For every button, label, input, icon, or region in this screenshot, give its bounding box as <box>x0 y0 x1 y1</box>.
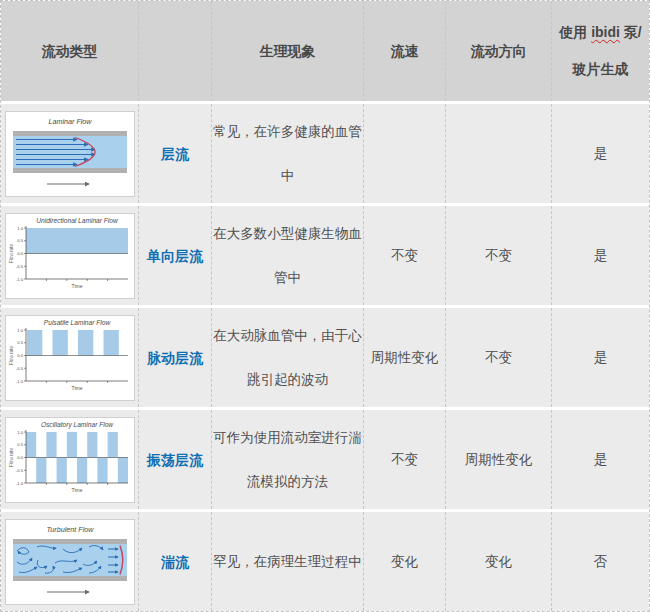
header-velocity: 流速 <box>364 1 446 101</box>
velocity-cell: 不变 <box>364 206 446 305</box>
svg-text:0.5: 0.5 <box>17 238 23 243</box>
header-ibidi-suffix: 泵/ <box>620 24 642 40</box>
svg-text:Flow rate: Flow rate <box>9 447 14 466</box>
svg-text:0.0: 0.0 <box>17 251 23 256</box>
phenomenon-cell: 罕见，在病理生理过程中 <box>212 512 364 611</box>
header-ibidi-text: 使用 ibidi 泵/玻片生成 <box>559 14 641 88</box>
velocity-cell: 不变 <box>364 410 446 509</box>
svg-text:0.5: 0.5 <box>17 340 23 345</box>
svg-text:-0.5: -0.5 <box>15 263 23 268</box>
header-ibidi-brand: ibidi <box>591 24 620 40</box>
svg-text:Laminar Flow: Laminar Flow <box>48 117 92 126</box>
pulsatile-flow-image: Pulsatile Laminar Flow1.00.50.0-0.5-1.0T… <box>5 315 135 401</box>
direction-cell: 周期性变化 <box>446 410 552 509</box>
svg-text:Time: Time <box>71 283 82 289</box>
table-row-laminar: Laminar Flow 层流 常见，在许多健康的血管 中 是 <box>1 104 649 203</box>
phenomenon-cell: 常见，在许多健康的血管 中 <box>212 104 364 203</box>
velocity-cell: 周期性变化 <box>364 308 446 407</box>
header-ibidi-prefix: 使用 <box>559 24 591 40</box>
header-ibidi: 使用 ibidi 泵/玻片生成 <box>552 1 649 101</box>
ibidi-cell: 是 <box>552 206 649 305</box>
velocity-cell: 变化 <box>364 512 446 611</box>
ibidi-cell: 是 <box>552 308 649 407</box>
laminar-flow-diagram: Laminar Flow <box>7 113 133 195</box>
flow-type-link-pulsatile[interactable]: 脉动层流 <box>147 336 203 380</box>
svg-text:-0.5: -0.5 <box>15 467 23 472</box>
svg-text:-0.5: -0.5 <box>15 365 23 370</box>
flow-type-link-laminar[interactable]: 层流 <box>161 132 189 176</box>
pulsatile-laminar-flow-chart: Pulsatile Laminar Flow1.00.50.0-0.5-1.0T… <box>7 317 133 399</box>
flow-type-link-unidirectional[interactable]: 单向层流 <box>147 234 203 278</box>
turbulent-flow-image: Turbulent Flow <box>5 519 135 605</box>
flow-image-cell: Turbulent Flow <box>1 512 139 611</box>
unidirectional-laminar-flow-chart: Unidirectional Laminar Flow1.00.50.0-0.5… <box>7 215 133 297</box>
header-phenomenon: 生理现象 <box>212 1 364 101</box>
phenomenon-cell: 在大多数小型健康生物血 管中 <box>212 206 364 305</box>
header-direction: 流动方向 <box>446 1 552 101</box>
table-row-pulsatile: Pulsatile Laminar Flow1.00.50.0-0.5-1.0T… <box>1 308 649 407</box>
ibidi-cell: 是 <box>552 104 649 203</box>
svg-text:Turbulent Flow: Turbulent Flow <box>46 525 94 534</box>
ibidi-cell: 否 <box>552 512 649 611</box>
svg-text:Flow rate: Flow rate <box>9 243 14 262</box>
table-row-oscillatory: Oscillatory Laminar Flow1.00.50.0-0.5-1.… <box>1 410 649 509</box>
svg-text:1.0: 1.0 <box>17 429 23 434</box>
svg-text:Unidirectional Laminar Flow: Unidirectional Laminar Flow <box>36 217 119 224</box>
svg-text:Flow rate: Flow rate <box>9 345 14 364</box>
flow-image-cell: Pulsatile Laminar Flow1.00.50.0-0.5-1.0T… <box>1 308 139 407</box>
svg-text:Oscillatory Laminar Flow: Oscillatory Laminar Flow <box>40 421 113 429</box>
svg-text:1.0: 1.0 <box>17 225 23 230</box>
laminar-flow-image: Laminar Flow <box>5 111 135 197</box>
direction-cell: 不变 <box>446 308 552 407</box>
header-spacer <box>139 1 212 101</box>
flow-name-cell: 单向层流 <box>139 206 212 305</box>
svg-text:1.0: 1.0 <box>17 327 23 332</box>
direction-cell: 不变 <box>446 206 552 305</box>
svg-text:Time: Time <box>71 487 82 493</box>
svg-text:0.0: 0.0 <box>17 353 23 358</box>
svg-text:-1.0: -1.0 <box>15 480 23 485</box>
phenomenon-cell: 在大动脉血管中，由于心 跳引起的波动 <box>212 308 364 407</box>
flow-type-link-turbulent[interactable]: 湍流 <box>161 540 189 584</box>
ibidi-cell: 是 <box>552 410 649 509</box>
turbulent-flow-diagram: Turbulent Flow <box>7 521 133 603</box>
header-flow-type: 流动类型 <box>1 1 139 101</box>
svg-text:0.5: 0.5 <box>17 442 23 447</box>
velocity-cell <box>364 104 446 203</box>
flow-name-cell: 层流 <box>139 104 212 203</box>
table-header-row: 流动类型 生理现象 流速 流动方向 使用 ibidi 泵/玻片生成 <box>1 1 649 101</box>
header-ibidi-line2: 玻片生成 <box>559 51 641 88</box>
oscillatory-laminar-flow-chart: Oscillatory Laminar Flow1.00.50.0-0.5-1.… <box>7 419 133 501</box>
unidirectional-flow-image: Unidirectional Laminar Flow1.00.50.0-0.5… <box>5 213 135 299</box>
svg-text:Pulsatile Laminar Flow: Pulsatile Laminar Flow <box>43 319 111 326</box>
flow-types-table: 流动类型 生理现象 流速 流动方向 使用 ibidi 泵/玻片生成 Lamina… <box>0 0 650 612</box>
phenomenon-cell: 可作为使用流动室进行湍 流模拟的方法 <box>212 410 364 509</box>
flow-name-cell: 振荡层流 <box>139 410 212 509</box>
flow-image-cell: Unidirectional Laminar Flow1.00.50.0-0.5… <box>1 206 139 305</box>
table-row-unidirectional: Unidirectional Laminar Flow1.00.50.0-0.5… <box>1 206 649 305</box>
flow-image-cell: Oscillatory Laminar Flow1.00.50.0-0.5-1.… <box>1 410 139 509</box>
table-row-turbulent: Turbulent Flow 湍流 罕见，在病理生理过程中 变化 变化 否 <box>1 512 649 611</box>
flow-name-cell: 脉动层流 <box>139 308 212 407</box>
svg-text:Time: Time <box>71 385 82 391</box>
direction-cell: 变化 <box>446 512 552 611</box>
svg-text:0.0: 0.0 <box>17 455 23 460</box>
flow-image-cell: Laminar Flow <box>1 104 139 203</box>
direction-cell <box>446 104 552 203</box>
oscillatory-flow-image: Oscillatory Laminar Flow1.00.50.0-0.5-1.… <box>5 417 135 503</box>
flow-type-link-oscillatory[interactable]: 振荡层流 <box>147 438 203 482</box>
svg-text:-1.0: -1.0 <box>15 276 23 281</box>
svg-text:-1.0: -1.0 <box>15 378 23 383</box>
flow-name-cell: 湍流 <box>139 512 212 611</box>
